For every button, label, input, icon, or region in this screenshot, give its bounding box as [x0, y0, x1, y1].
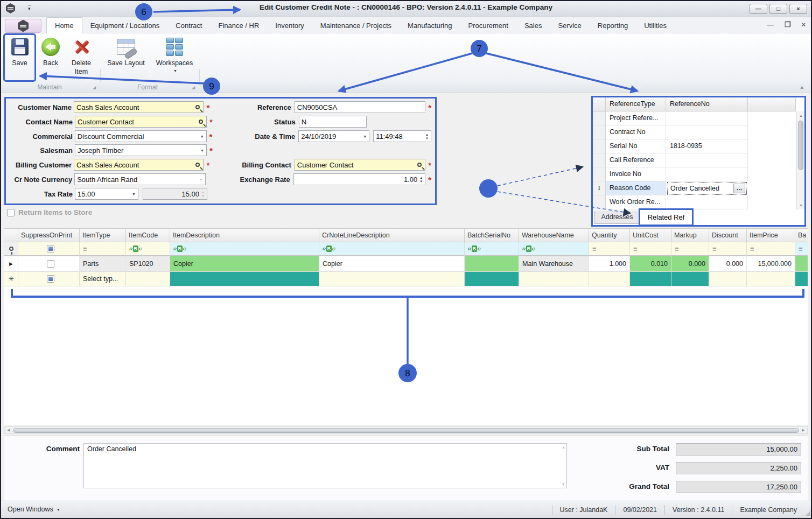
scrollbar-thumb[interactable] [13, 428, 799, 433]
newcell-crnotelinedescription[interactable] [319, 272, 465, 286]
cell-itemtype[interactable]: Parts [80, 256, 126, 272]
scroll-up-icon[interactable]: ▲ [797, 111, 805, 120]
cell-quantity[interactable]: 1.000 [589, 256, 630, 272]
mdi-restore-icon[interactable]: ❐ [785, 20, 791, 29]
cell-itemdescription[interactable]: Copier [170, 256, 319, 272]
tab-manufacturing[interactable]: Manufacturing [400, 17, 460, 33]
newcell-ba[interactable] [795, 272, 808, 286]
col-unitcost[interactable]: UnitCost [630, 229, 671, 242]
tab-sales[interactable]: Sales [516, 17, 550, 33]
time-field[interactable]: 11:49:48 ▲▼ [373, 130, 431, 142]
tab-equipment-locations[interactable]: Equipment / Locations [82, 17, 168, 33]
ref-no-cell[interactable] [666, 195, 748, 209]
col-discount[interactable]: Discount [709, 229, 747, 242]
search-icon[interactable] [417, 163, 422, 167]
ref-type-cell[interactable]: Call Reference [606, 153, 666, 167]
collapse-ribbon-icon[interactable]: ▴ [800, 83, 803, 90]
newcell-suppressonprint[interactable] [18, 272, 80, 286]
tab-inventory[interactable]: Inventory [267, 17, 312, 33]
ref-type-cell[interactable]: Work Order Re... [606, 195, 666, 209]
scroll-down-icon[interactable]: ▼ [797, 201, 805, 209]
back-button[interactable]: Back [38, 34, 64, 81]
filter-unitcost[interactable]: = [630, 242, 671, 256]
ellipsis-button[interactable]: … [733, 184, 745, 193]
cell-discount[interactable]: 0.000 [709, 256, 747, 272]
search-icon[interactable] [195, 163, 200, 167]
filter-discount[interactable]: = [709, 242, 747, 256]
newcell-itemprice[interactable] [747, 272, 795, 286]
maximize-button[interactable]: □ [769, 4, 787, 14]
tab-maintenance-projects[interactable]: Maintenance / Projects [312, 17, 400, 33]
tab-finance-hr[interactable]: Finance / HR [210, 17, 267, 33]
col-warehousename[interactable]: WarehouseName [519, 229, 589, 242]
ref-no-cell[interactable] [666, 125, 748, 139]
ref-no-cell[interactable]: 1818-0935 [666, 139, 748, 153]
search-icon[interactable] [195, 105, 200, 109]
commercial-dropdown[interactable]: Discount Commercial▼ [75, 130, 207, 142]
time-spinner[interactable]: ▲▼ [425, 133, 429, 140]
open-windows-button[interactable]: Open Windows ▼ [8, 506, 60, 513]
minimize-button[interactable]: — [750, 4, 767, 14]
ref-header-referenceno[interactable]: ReferenceNo [666, 97, 748, 111]
scroll-left-icon[interactable]: ◀ [5, 428, 12, 432]
filter-checkbox[interactable] [47, 245, 54, 253]
ref-type-cell[interactable]: Project Refere... [606, 111, 666, 125]
new-row-checkbox[interactable] [47, 275, 54, 283]
cell-batchserialno[interactable] [465, 256, 519, 272]
chevron-down-icon[interactable]: ▼ [200, 135, 204, 138]
filter-quantity[interactable]: = [589, 242, 630, 256]
contact-name-field[interactable]: Customer Contact [75, 116, 207, 128]
ref-no-cell[interactable] [666, 111, 748, 125]
save-layout-button[interactable]: Save Layout [104, 34, 148, 81]
scroll-right-icon[interactable]: ▶ [800, 428, 807, 432]
row-checkbox[interactable] [47, 260, 54, 268]
scroll-down-icon[interactable]: ▼ [562, 482, 565, 486]
close-button[interactable]: × [789, 4, 807, 14]
newcell-itemcode[interactable] [126, 272, 170, 286]
date-field[interactable]: 24/10/2019▼ [298, 130, 369, 142]
ref-no-cell[interactable] [666, 167, 748, 181]
ref-header-referencetype[interactable]: ReferenceType [606, 97, 666, 111]
billing-contact-field[interactable]: Customer Contact [295, 159, 425, 171]
exchange-rate-field[interactable]: 1.00 ▲▼ [293, 173, 425, 185]
group-format-launcher-icon[interactable]: ◢ [192, 85, 195, 90]
filter-itemprice[interactable]: = [747, 242, 795, 256]
reason-code-editor[interactable]: Order Cancelled … [667, 182, 747, 195]
filter-batchserialno[interactable]: RBC [465, 242, 519, 256]
newcell-batchserialno[interactable] [465, 272, 519, 286]
filter-warehousename[interactable]: RBC [519, 242, 589, 256]
col-itemtype[interactable]: ItemType [80, 229, 126, 242]
status-field[interactable]: N [299, 116, 367, 128]
tab-addresses[interactable]: Addresses [594, 211, 640, 224]
newcell-discount[interactable] [709, 272, 747, 286]
cell-unitcost[interactable]: 0.010 [630, 256, 671, 272]
delete-item-button[interactable]: Delete Item [66, 34, 97, 81]
ref-type-cell[interactable]: Invoice No [606, 167, 666, 181]
filter-itemtype[interactable]: = [80, 242, 126, 256]
cell-itemprice[interactable]: 15,000.000 [747, 256, 795, 272]
newcell-unitcost[interactable] [630, 272, 671, 286]
newcell-quantity[interactable] [589, 272, 630, 286]
col-markup[interactable]: Markup [671, 229, 709, 242]
cell-markup[interactable]: 0.000 [671, 256, 709, 272]
chevron-down-icon[interactable]: ▼ [363, 135, 367, 138]
col-ba[interactable]: Ba [795, 229, 808, 242]
tab-home[interactable]: Home [46, 17, 82, 33]
filter-ba[interactable]: = [795, 242, 808, 256]
billing-customer-field[interactable]: Cash Sales Account [74, 159, 204, 171]
customer-name-field[interactable]: Cash Sales Account [74, 101, 204, 113]
col-itemprice[interactable]: ItemPrice [747, 229, 795, 242]
ref-type-cell-reason-code[interactable]: Reason Code [606, 181, 666, 195]
cell-crnotelinedescription[interactable]: Copier [319, 256, 465, 272]
chevron-down-icon[interactable]: ▼ [132, 192, 136, 196]
newcell-itemdescription[interactable] [170, 272, 319, 286]
application-button[interactable] [5, 19, 41, 33]
cr-note-currency-dropdown[interactable]: South African Rand▼ [74, 173, 205, 185]
mdi-close-icon[interactable]: × [801, 20, 806, 29]
cell-ba[interactable] [795, 256, 808, 272]
newcell-markup[interactable] [671, 272, 709, 286]
grid-horizontal-scrollbar[interactable]: ◀ ▶ [4, 426, 808, 434]
save-button[interactable]: Save [4, 34, 35, 81]
tab-utilities[interactable]: Utilities [636, 17, 675, 33]
ref-vertical-scrollbar[interactable]: ▲ ▼ [796, 111, 804, 209]
